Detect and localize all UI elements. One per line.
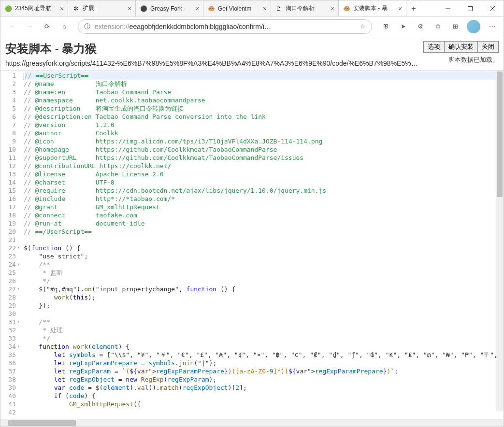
violentmonkey-icon: 🐵	[343, 5, 350, 13]
close-icon[interactable]: ×	[58, 5, 66, 13]
refresh-button[interactable]: ⟳	[39, 19, 55, 34]
site-icon: 🟢	[4, 5, 12, 13]
tab-2[interactable]: ⚫Greasy Fork -×	[136, 0, 203, 16]
extension-header: 安装脚本 - 暴力猴 https://greasyfork.org/script…	[0, 36, 504, 70]
window-controls	[437, 0, 504, 16]
tab-3[interactable]: 🐵Get Violentm×	[203, 0, 271, 16]
gear-icon[interactable]: ⚙	[413, 19, 428, 34]
shield-icon[interactable]: ⛨	[378, 19, 393, 34]
confirm-install-button[interactable]: 确认安装	[444, 41, 478, 53]
maximize-button[interactable]	[459, 0, 481, 16]
page-icon: 🗋	[275, 5, 283, 13]
favorites-icon[interactable]: ✩	[430, 19, 446, 34]
browser-window: 🟢2345网址导航× ✲扩展× ⚫Greasy Fork -× 🐵Get Vio…	[0, 0, 504, 427]
options-button[interactable]: 选项	[423, 41, 445, 53]
titlebar: 🟢2345网址导航× ✲扩展× ⚫Greasy Fork -× 🐵Get Vio…	[0, 0, 504, 17]
tab-0[interactable]: 🟢2345网址导航×	[0, 0, 68, 16]
close-icon[interactable]: ×	[126, 5, 133, 13]
cursor-icon[interactable]: ➤	[395, 19, 411, 34]
collections-icon[interactable]: ⊞	[447, 19, 463, 34]
close-icon[interactable]: ×	[193, 5, 201, 13]
close-button[interactable]	[481, 0, 504, 16]
violentmonkey-icon: 🐵	[207, 5, 215, 13]
code-area[interactable]: // ==UserScript==// @name 淘口令解析// @name:…	[19, 71, 504, 419]
minimize-button[interactable]	[437, 0, 459, 16]
script-url: https://greasyfork.org/scripts/411432-%E…	[5, 59, 418, 67]
line-gutter: 1234567891011121314151617181920212223242…	[0, 71, 19, 419]
forward-button[interactable]: →	[22, 19, 37, 34]
close-icon[interactable]: ×	[329, 5, 336, 13]
url-text: extension://eeagobfjdenkkddmbclomhiblggg…	[95, 23, 355, 30]
tab-1[interactable]: ✲扩展×	[68, 0, 136, 16]
close-icon[interactable]: ×	[396, 5, 404, 13]
action-buttons: 选项 确认安装 关闭	[424, 41, 499, 53]
profile-avatar[interactable]	[467, 20, 480, 33]
horizontal-scrollbar[interactable]	[0, 419, 504, 427]
vertical-scrollbar[interactable]	[496, 71, 504, 411]
menu-icon[interactable]: ⋯	[484, 19, 500, 34]
favorite-icon[interactable]: ☆	[359, 23, 367, 30]
toolbar: ← → ⟳ ⌂ ⓘ extension://eeagobfjdenkkddmbc…	[0, 17, 504, 36]
svg-rect-1	[468, 6, 473, 11]
extensions-icon: ✲	[72, 5, 80, 13]
tab-5[interactable]: 🐵安装脚本 - 暴×	[339, 0, 406, 16]
page-title: 安装脚本 - 暴力猴	[5, 41, 418, 57]
scrollbar-thumb[interactable]	[8, 420, 76, 426]
new-tab-button[interactable]: +	[406, 0, 421, 16]
close-icon[interactable]: ×	[261, 5, 269, 13]
scrollbar-thumb[interactable]	[497, 71, 503, 197]
code-editor: 1234567891011121314151617181920212223242…	[0, 70, 504, 419]
close-panel-button[interactable]: 关闭	[477, 41, 499, 53]
tab-4[interactable]: 🗋淘口令解析×	[271, 0, 339, 16]
load-status: 脚本数据已加载。	[448, 56, 499, 64]
greasyfork-icon: ⚫	[140, 5, 147, 13]
back-button[interactable]: ←	[4, 19, 20, 34]
tab-strip: 🟢2345网址导航× ✲扩展× ⚫Greasy Fork -× 🐵Get Vio…	[0, 0, 437, 16]
info-icon[interactable]: ⓘ	[83, 23, 91, 30]
address-bar[interactable]: ⓘ extension://eeagobfjdenkkddmbclomhiblg…	[78, 19, 372, 34]
home-button[interactable]: ⌂	[57, 19, 72, 34]
page-content: 安装脚本 - 暴力猴 https://greasyfork.org/script…	[0, 36, 504, 427]
